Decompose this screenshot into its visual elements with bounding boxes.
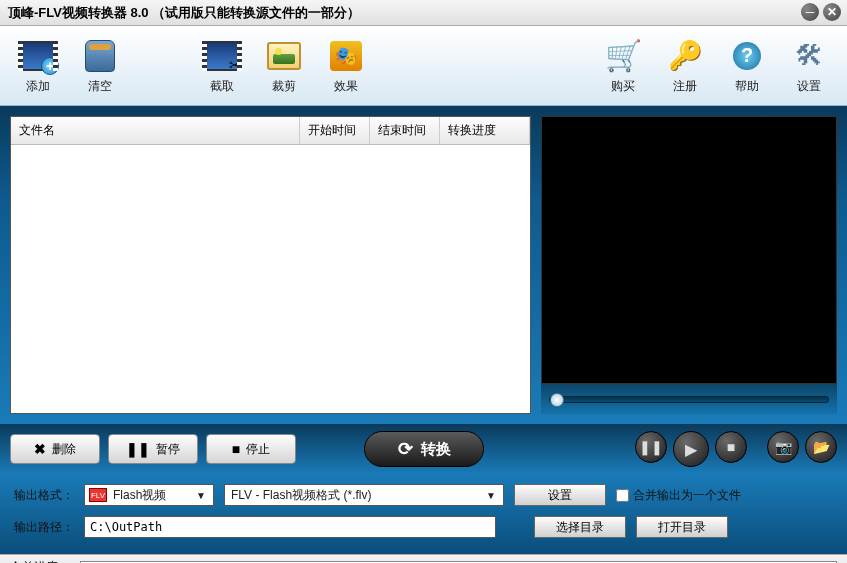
add-icon: + [19,37,57,75]
snapshot-button[interactable]: 📷 [767,431,799,463]
close-button[interactable]: ✕ [823,3,841,21]
column-progress[interactable]: 转换进度 [440,117,530,144]
choose-dir-button[interactable]: 选择目录 [534,516,626,538]
media-play-button[interactable]: ▶ [673,431,709,467]
merge-checkbox-wrap[interactable]: 合并输出为一个文件 [616,487,741,504]
column-filename[interactable]: 文件名 [11,117,300,144]
cart-icon: 🛒 [604,37,642,75]
slider-track[interactable] [549,396,829,403]
minimize-button[interactable]: ─ [801,3,819,21]
preview-screen [541,116,837,384]
format-settings-button[interactable]: 设置 [514,484,606,506]
file-list-panel: 文件名 开始时间 结束时间 转换进度 [10,116,531,414]
clear-icon [81,37,119,75]
register-icon: 🔑 [666,37,704,75]
chevron-down-icon: ▼ [193,490,209,501]
file-list-body[interactable] [11,145,530,413]
capture-icon: ✂ [203,37,241,75]
refresh-icon: ⟳ [398,438,413,460]
preview-panel [541,116,837,414]
media-pause-button[interactable]: ❚❚ [635,431,667,463]
crop-button[interactable]: 裁剪 [256,33,312,99]
file-list-header: 文件名 开始时间 结束时间 转换进度 [11,117,530,145]
stop-icon: ■ [232,441,240,457]
pause-icon: ❚❚ [126,441,150,457]
x-icon: ✖ [34,441,46,457]
convert-button[interactable]: ⟳ 转换 [364,431,484,467]
stop-button[interactable]: ■ 停止 [206,434,296,464]
app-window: 顶峰-FLV视频转换器 8.0 （试用版只能转换源文件的一部分） ─ ✕ + 添… [0,0,847,563]
media-stop-button[interactable]: ■ [715,431,747,463]
slider-thumb[interactable] [550,393,564,407]
capture-button[interactable]: ✂ 截取 [194,33,250,99]
pause-button[interactable]: ❚❚ 暂停 [108,434,198,464]
crop-icon [265,37,303,75]
output-path-input[interactable] [84,516,496,538]
preview-slider[interactable] [541,384,837,414]
path-label: 输出路径： [14,519,74,536]
flv-icon: FLV [89,488,107,502]
add-button[interactable]: + 添加 [10,33,66,99]
clear-button[interactable]: 清空 [72,33,128,99]
settings-icon: 🛠 [790,37,828,75]
buy-button[interactable]: 🛒 购买 [595,33,651,99]
merge-checkbox[interactable] [616,489,629,502]
delete-button[interactable]: ✖ 删除 [10,434,100,464]
settings-button[interactable]: 🛠 设置 [781,33,837,99]
open-folder-button[interactable]: 📂 [805,431,837,463]
help-icon: ? [728,37,766,75]
merge-label: 合并输出为一个文件 [633,487,741,504]
column-start-time[interactable]: 开始时间 [300,117,370,144]
column-end-time[interactable]: 结束时间 [370,117,440,144]
format-long-select[interactable]: FLV - Flash视频格式 (*.flv) ▼ [224,484,504,506]
chevron-down-icon: ▼ [483,490,499,501]
main-area: 文件名 开始时间 结束时间 转换进度 [0,106,847,424]
register-button[interactable]: 🔑 注册 [657,33,713,99]
titlebar: 顶峰-FLV视频转换器 8.0 （试用版只能转换源文件的一部分） ─ ✕ [0,0,847,26]
merge-progress-label: 合并进度： [10,559,70,563]
action-row: ✖ 删除 ❚❚ 暂停 ■ 停止 ⟳ 转换 ❚❚ ▶ ■ 📷 📂 [0,424,847,474]
footer: 合并进度： 0% [0,554,847,563]
effect-icon: 🎭 [327,37,365,75]
format-label: 输出格式： [14,487,74,504]
effect-button[interactable]: 🎭 效果 [318,33,374,99]
window-title: 顶峰-FLV视频转换器 8.0 （试用版只能转换源文件的一部分） [8,4,360,22]
format-short-select[interactable]: FLV Flash视频 ▼ [84,484,214,506]
output-settings: 输出格式： FLV Flash视频 ▼ FLV - Flash视频格式 (*.f… [0,474,847,554]
open-dir-button[interactable]: 打开目录 [636,516,728,538]
help-button[interactable]: ? 帮助 [719,33,775,99]
media-controls: ❚❚ ▶ ■ 📷 📂 [635,431,837,467]
main-toolbar: + 添加 清空 ✂ 截取 裁剪 🎭 效果 🛒 [0,26,847,106]
